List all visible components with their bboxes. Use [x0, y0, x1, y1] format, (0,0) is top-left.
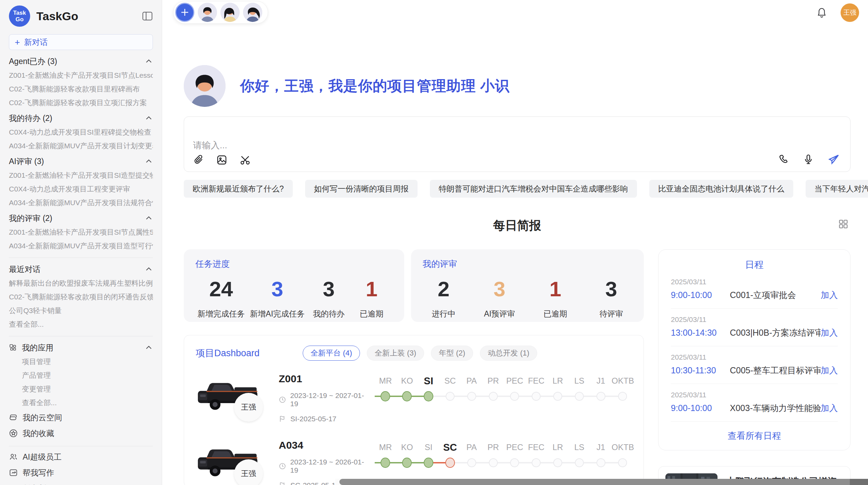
- recent-conversations-header[interactable]: 最近对话: [9, 265, 153, 274]
- milestone-PR[interactable]: PR: [482, 375, 504, 406]
- sidebar-task-item[interactable]: Z001-全新燃油轻卡产品开发项目SI节点属性5D文件评审: [9, 228, 153, 236]
- event-join-link[interactable]: 加入: [821, 327, 838, 338]
- recent-conversation-item[interactable]: 公司Q3轻卡销量: [9, 307, 153, 315]
- milestone-SI[interactable]: SI: [418, 375, 439, 406]
- scrollbar-corner[interactable]: [850, 479, 868, 485]
- chevron-up-icon: [145, 344, 153, 352]
- milestone-SC[interactable]: SC: [439, 442, 461, 472]
- sidebar-task-item[interactable]: A034-全新新能源MUV产品开发项目造型可行性评审: [9, 242, 153, 250]
- sidebar-collapse-icon[interactable]: [142, 11, 153, 21]
- sidebar-group-header-0[interactable]: Agent已办 (3): [9, 57, 153, 66]
- member-avatar[interactable]: [198, 3, 217, 22]
- stat-metric[interactable]: 3待评审: [592, 277, 630, 319]
- project-code[interactable]: Z001: [279, 373, 371, 385]
- message-composer[interactable]: 请输入...: [184, 116, 851, 172]
- stat-metric[interactable]: 1已逾期: [353, 277, 390, 319]
- project-flag-row: SI-2025-05-17: [279, 415, 371, 423]
- event-join-link[interactable]: 加入: [821, 402, 838, 414]
- scissors-icon[interactable]: [240, 154, 251, 165]
- milestone-MR[interactable]: MR: [375, 375, 396, 406]
- stat-metric[interactable]: 1已逾期: [537, 277, 574, 319]
- suggestion-chip[interactable]: 特朗普可能对进口汽车增税会对中国车企造成哪些影响: [430, 180, 637, 198]
- new-chat-button[interactable]: + 新对话: [9, 34, 153, 50]
- member-avatar[interactable]: [243, 3, 262, 22]
- milestone-PR[interactable]: PR: [482, 442, 504, 472]
- milestone-SI[interactable]: SI: [418, 442, 439, 472]
- sidebar-item-write[interactable]: 帮我写作: [9, 468, 153, 478]
- milestone-J1[interactable]: J1: [590, 442, 612, 472]
- project-code[interactable]: A034: [279, 439, 371, 451]
- sidebar-task-item[interactable]: A034-全新新能源MUV产品开发项目法规符合性评审: [9, 199, 153, 207]
- sidebar-item-pen[interactable]: 创意制图: [9, 483, 153, 485]
- milestone-LR[interactable]: LR: [547, 442, 569, 472]
- sidebar-task-item[interactable]: Z001-全新燃油皮卡产品开发项目SI节点Lesson Learn报告: [9, 71, 153, 79]
- sidebar-task-item[interactable]: C0X4-动力总成开发项目SI里程碑提交物检查: [9, 128, 153, 136]
- milestone-OKTB[interactable]: OKTB: [612, 375, 633, 406]
- milestone-KO[interactable]: KO: [396, 375, 418, 406]
- milestone-OKTB[interactable]: OKTB: [612, 442, 633, 472]
- milestone-FEC[interactable]: FEC: [526, 442, 547, 472]
- app-item[interactable]: 查看全部...: [9, 399, 153, 407]
- phone-icon[interactable]: [778, 154, 789, 165]
- app-item[interactable]: 变更管理: [9, 385, 153, 393]
- milestone-FEC[interactable]: FEC: [526, 375, 547, 406]
- suggestion-chip[interactable]: 欧洲新规最近颁布了什么?: [184, 180, 293, 198]
- recent-conversation-item[interactable]: 解释最新出台的欧盟报废车法规再生塑料比例被调至15%...: [9, 279, 153, 287]
- stat-metric[interactable]: 24新增完成任务: [197, 277, 245, 319]
- event-name: C003|H0B-方案冻结评审: [730, 327, 821, 338]
- milestone-PA[interactable]: PA: [461, 442, 482, 472]
- send-icon[interactable]: [828, 153, 840, 165]
- dashboard-tab[interactable]: 动总开发 (1): [480, 346, 537, 361]
- milestone-PA[interactable]: PA: [461, 375, 482, 406]
- layout-grid-icon[interactable]: [838, 219, 848, 229]
- notification-bell-icon[interactable]: [817, 7, 827, 18]
- image-icon[interactable]: [216, 154, 227, 165]
- suggestion-chip[interactable]: 比亚迪全固态电池计划具体说了什么: [649, 180, 793, 198]
- milestone-PEC[interactable]: PEC: [504, 442, 526, 472]
- app-item[interactable]: 项目管理: [9, 358, 153, 366]
- milestone-LS[interactable]: LS: [568, 375, 590, 406]
- milestone-KO[interactable]: KO: [396, 442, 418, 472]
- sidebar-item-star[interactable]: 我的收藏: [9, 428, 153, 438]
- suggestion-chip[interactable]: 当下年轻人对汽车外观有怎样的喜好趋势: [806, 180, 868, 198]
- attachment-icon[interactable]: [193, 154, 204, 165]
- stat-metric[interactable]: 2进行中: [425, 277, 462, 319]
- sidebar-task-item[interactable]: C02-飞腾新能源轻客改款项目里程碑画布: [9, 85, 153, 93]
- stat-metric[interactable]: 3AI预评审: [481, 277, 518, 319]
- recent-conversation-item[interactable]: C02-飞腾新能源轻客改款项目的闭环通告反馈情况: [9, 293, 153, 301]
- stat-metric[interactable]: 3新增AI完成任务: [250, 277, 305, 319]
- assistant-avatar: [184, 65, 226, 107]
- sidebar-group-header-2[interactable]: AI评审 (3): [9, 157, 153, 166]
- dashboard-tab[interactable]: 年型 (2): [431, 346, 473, 361]
- suggestion-chip[interactable]: 如何写一份清晰的项目周报: [305, 180, 418, 198]
- milestone-SC[interactable]: SC: [439, 375, 461, 406]
- my-apps-header[interactable]: 我的应用: [9, 343, 153, 352]
- stat-metric[interactable]: 3我的待办: [310, 277, 348, 319]
- sidebar-item-cloud[interactable]: 我的云空间: [9, 412, 153, 423]
- event-join-link[interactable]: 加入: [821, 365, 838, 376]
- add-member-button[interactable]: [175, 3, 194, 22]
- sidebar-task-item[interactable]: C0X4-动力总成开发项目工程变更评审: [9, 185, 153, 193]
- sidebar-group-header-1[interactable]: 我的待办 (2): [9, 114, 153, 123]
- sidebar-item-people[interactable]: AI超级员工: [9, 452, 153, 462]
- microphone-icon[interactable]: [803, 154, 814, 165]
- member-avatar[interactable]: [220, 3, 240, 22]
- briefing-title: 每日简报: [493, 219, 541, 232]
- milestone-LS[interactable]: LS: [568, 442, 590, 472]
- milestone-MR[interactable]: MR: [375, 442, 396, 472]
- horizontal-scrollbar-thumb[interactable]: [339, 479, 868, 485]
- dashboard-tab[interactable]: 全新上装 (3): [367, 346, 424, 361]
- sidebar-group-header-3[interactable]: 我的评审 (2): [9, 214, 153, 223]
- milestone-J1[interactable]: J1: [590, 375, 612, 406]
- dashboard-tab[interactable]: 全新平台 (4): [303, 346, 360, 361]
- sidebar-task-item[interactable]: A034-全新新能源MUV产品开发项目计划变更表编写: [9, 142, 153, 150]
- recent-conversation-item[interactable]: 查看全部...: [9, 320, 153, 328]
- app-item[interactable]: 产品管理: [9, 371, 153, 380]
- milestone-LR[interactable]: LR: [547, 375, 569, 406]
- user-avatar[interactable]: 王强: [841, 3, 859, 22]
- milestone-PEC[interactable]: PEC: [504, 375, 526, 406]
- event-join-link[interactable]: 加入: [821, 289, 838, 301]
- sidebar-task-item[interactable]: Z001-全新燃油轻卡产品开发项目SI造型提交物评审: [9, 171, 153, 179]
- view-all-schedule-link[interactable]: 查看所有日程: [671, 430, 838, 442]
- sidebar-task-item[interactable]: C02-飞腾新能源轻客改款项目立项汇报方案: [9, 99, 153, 107]
